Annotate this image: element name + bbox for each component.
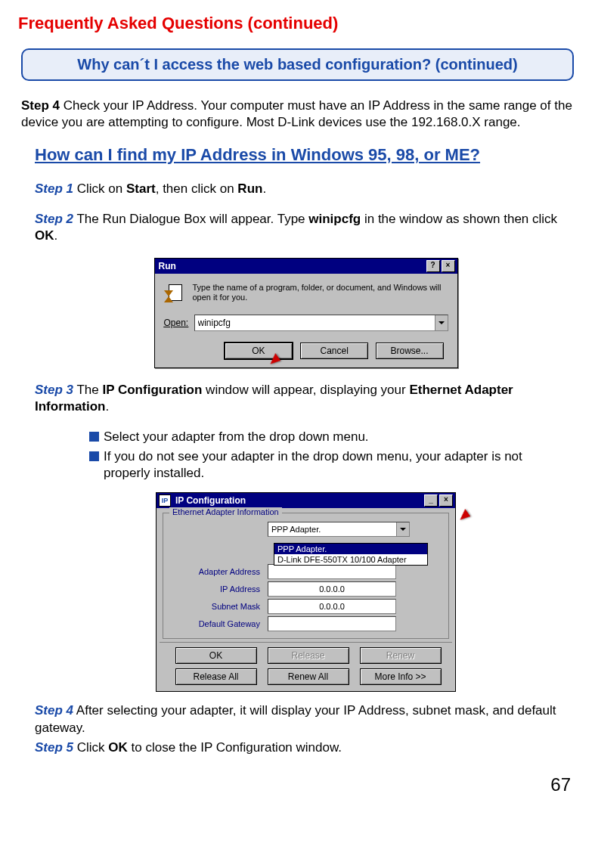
open-combobox[interactable] [194,315,448,331]
ip-address-label: IP Address [169,584,268,594]
ipconfig-dialog: IP IP Configuration _ × Ethernet Adapter… [156,492,456,692]
ipconfig-title: IP Configuration [174,495,423,506]
cancel-button[interactable]: Cancel [300,343,368,359]
ipconfig-titlebar: IP IP Configuration _ × [156,493,455,508]
adapter-address-value [268,564,396,579]
adapter-option-2[interactable]: D-Link DFE-550TX 10/100 Adapter [274,554,427,565]
square-bullet-icon [89,432,99,442]
default-gateway-label: Default Gateway [169,619,268,628]
step1-line: Step 1 Click on Start, then click on Run… [35,181,577,197]
release-all-button[interactable]: Release All [175,668,257,685]
question-banner: Why can´t I access the web based configu… [21,48,574,81]
close-button[interactable]: × [439,494,453,507]
bullet-2: If you do not see your adapter in the dr… [89,448,562,482]
minimize-button[interactable]: _ [424,494,438,507]
pointer-arrow-icon [457,510,470,523]
step2-line: Step 2 The Run Dialogue Box will appear.… [35,211,577,244]
run-hint: Type the name of a program, folder, or d… [193,283,448,302]
square-bullet-icon [89,451,99,461]
page-number: 67 [18,774,577,795]
step4b-text: After selecting your adapter, it will di… [35,703,556,734]
adapter-dropdown-button[interactable] [396,522,409,536]
open-input[interactable] [195,315,435,330]
adapter-address-label: Adapter Address [169,567,268,576]
step4b-label: Step 4 [35,703,73,718]
open-dropdown-button[interactable] [435,315,448,330]
step3-line: Step 3 The IP Configuration window will … [35,382,577,415]
step4b-line: Step 4 After selecting your adapter, it … [35,702,577,736]
adapter-option-1[interactable]: PPP Adapter. [274,544,427,554]
ok-button[interactable]: OK [175,647,257,664]
bullet-1-text: Select your adapter from the drop down m… [104,429,369,445]
step5-label: Step 5 [35,740,73,755]
renew-all-button[interactable]: Renew All [268,668,349,685]
run-titlebar: Run ? × [155,259,457,274]
step1-label: Step 1 [35,181,73,196]
open-label: Open: [164,318,194,328]
run-icon [164,283,187,305]
group-legend: Ethernet Adapter Information [169,507,282,516]
ok-button[interactable]: OK [224,342,293,360]
help-button[interactable]: ? [426,260,440,272]
step4-intro: Step 4 Check your IP Address. Your compu… [21,98,574,131]
step4-label: Step 4 [21,98,60,113]
step4-text: Check your IP Address. Your computer mus… [21,98,572,129]
run-dialog: Run ? × Type the name of a program, fold… [154,258,458,368]
close-button[interactable]: × [442,260,455,272]
more-info-button[interactable]: More Info >> [360,668,442,685]
page-title: Frequently Asked Questions (continued) [18,14,577,33]
sub-heading: How can I find my IP Address in Windows … [35,144,577,166]
bullet-1: Select your adapter from the drop down m… [89,429,562,445]
step5-line: Step 5 Click OK to close the IP Configur… [35,739,577,756]
browse-button[interactable]: Browse... [376,343,444,359]
adapter-dropdown-list[interactable]: PPP Adapter. D-Link DFE-550TX 10/100 Ada… [274,543,428,566]
subnet-mask-value: 0.0.0.0 [268,599,396,614]
adapter-info-group: Ethernet Adapter Information PPP Adapter… [163,513,449,639]
release-button[interactable]: Release [268,647,349,664]
default-gateway-value [268,616,396,631]
step2-label: Step 2 [35,212,73,226]
step3-label: Step 3 [35,383,73,397]
subnet-mask-label: Subnet Mask [169,602,268,611]
ip-address-value: 0.0.0.0 [268,581,396,597]
renew-button[interactable]: Renew [360,647,442,664]
bullet-2-text: If you do not see your adapter in the dr… [104,448,562,482]
adapter-combobox[interactable]: PPP Adapter. [268,522,410,537]
ipconfig-app-icon: IP [159,494,171,507]
run-title: Run [157,261,425,271]
adapter-selected: PPP Adapter. [268,522,396,536]
